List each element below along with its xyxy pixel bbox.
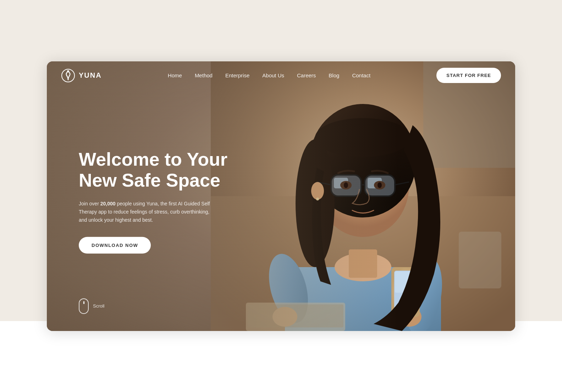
nav-item-enterprise[interactable]: Enterprise xyxy=(225,72,249,79)
hero-title: Welcome to Your New Safe Space xyxy=(79,149,227,191)
nav-link-about[interactable]: About Us xyxy=(262,72,284,78)
nav-item-home[interactable]: Home xyxy=(168,72,182,79)
nav-item-method[interactable]: Method xyxy=(195,72,213,79)
logo-icon xyxy=(61,68,75,83)
navbar: YUNA Home Method Enterprise About Us Car… xyxy=(47,61,515,90)
hero-description: Join over 20,000 people using Yuna, the … xyxy=(79,200,210,224)
hero-user-count: 20,000 xyxy=(100,201,116,206)
nav-item-blog[interactable]: Blog xyxy=(329,72,339,79)
nav-item-careers[interactable]: Careers xyxy=(297,72,316,79)
hero-title-line2: New Safe Space xyxy=(79,170,220,191)
hero-content: Welcome to Your New Safe Space Join over… xyxy=(79,149,227,254)
start-free-button[interactable]: START FOR FREE xyxy=(436,68,501,83)
hero-title-line1: Welcome to Your xyxy=(79,149,227,169)
download-now-button[interactable]: DOWNLOAD NOW xyxy=(79,237,151,254)
page-wrapper: YUNA Home Method Enterprise About Us Car… xyxy=(47,61,515,331)
scroll-indicator: Scroll xyxy=(79,298,105,314)
scroll-dot xyxy=(83,301,84,304)
nav-link-blog[interactable]: Blog xyxy=(329,72,339,78)
nav-item-contact[interactable]: Contact xyxy=(352,72,370,79)
nav-item-about[interactable]: About Us xyxy=(262,72,284,79)
svg-point-37 xyxy=(67,70,69,72)
scroll-label: Scroll xyxy=(93,303,105,309)
nav-link-home[interactable]: Home xyxy=(168,72,182,78)
nav-link-method[interactable]: Method xyxy=(195,72,213,78)
logo-link[interactable]: YUNA xyxy=(61,68,102,83)
nav-link-careers[interactable]: Careers xyxy=(297,72,316,78)
logo-text: YUNA xyxy=(79,71,102,79)
nav-link-enterprise[interactable]: Enterprise xyxy=(225,72,249,78)
nav-links: Home Method Enterprise About Us Careers … xyxy=(168,72,370,79)
nav-link-contact[interactable]: Contact xyxy=(352,72,370,78)
mouse-icon xyxy=(79,298,89,314)
